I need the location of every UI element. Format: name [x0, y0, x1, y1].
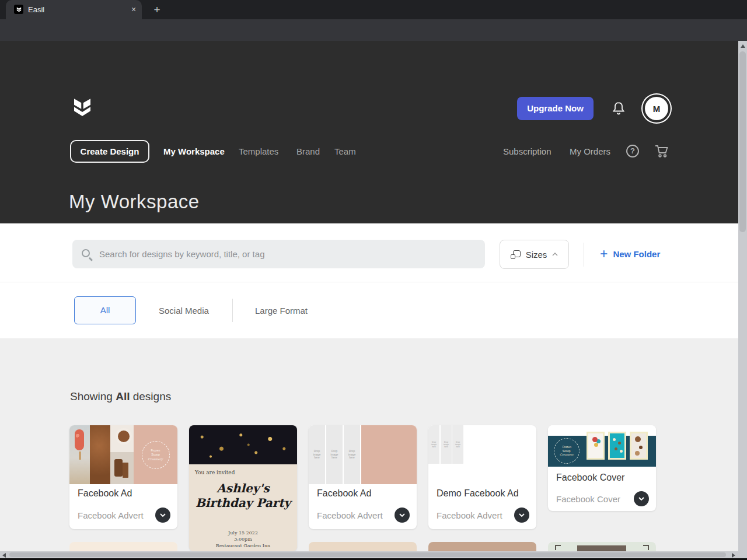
browser-tab[interactable]: Easil ×	[6, 0, 142, 19]
search-bar[interactable]	[72, 240, 485, 268]
nav-brand[interactable]: Brand	[296, 146, 320, 156]
invite-header-art	[189, 425, 297, 464]
design-card-partial[interactable]	[69, 542, 177, 551]
search-input[interactable]	[99, 240, 473, 268]
invite-venue: Restaurant Garden Inn	[189, 543, 297, 548]
nav-team[interactable]: Team	[334, 146, 356, 156]
design-title: Demo Facebook Ad	[437, 488, 519, 499]
drop-image-placeholder: Drop imagehere	[441, 425, 452, 464]
brand-badge: Frozen Scoop Creamery	[554, 438, 580, 464]
new-folder-label: New Folder	[613, 249, 660, 259]
browser-toolbar: ← → ↻ app.easil.com/designs/workspace/dr…	[0, 19, 747, 41]
sizes-dropdown-button[interactable]: Sizes	[500, 240, 569, 269]
tab-close-icon[interactable]: ×	[128, 4, 139, 15]
card-menu-button[interactable]	[155, 508, 170, 523]
design-category: Facebook Advert	[437, 510, 502, 520]
design-title: Facebook Cover	[556, 473, 624, 483]
chevron-down-icon	[519, 513, 525, 517]
sizes-icon	[511, 250, 521, 259]
filter-divider	[232, 299, 233, 322]
invite-date: July 15 2022	[189, 530, 297, 536]
easil-logo-icon[interactable]	[70, 96, 95, 120]
drop-image-placeholder: Drop imagehere	[452, 425, 463, 464]
nav-subscription[interactable]: Subscription	[503, 146, 551, 156]
design-card-partial[interactable]	[428, 542, 536, 551]
design-card[interactable]: Drop imagehere Drop imagehere Drop image…	[309, 425, 417, 529]
design-card-partial[interactable]	[548, 542, 656, 551]
notifications-bell-icon[interactable]	[612, 101, 626, 118]
filter-all[interactable]: All	[74, 296, 136, 324]
thumb-photo-popsicle	[69, 425, 90, 484]
invite-name: Ashley's	[189, 481, 297, 495]
browser-tabstrip: Easil × +	[0, 0, 747, 19]
design-category: Facebook Advert	[78, 510, 144, 520]
chevron-up-icon	[552, 253, 558, 256]
new-folder-button[interactable]: + New Folder	[600, 246, 660, 261]
partial-art-rect	[577, 545, 626, 551]
nav-my-workspace[interactable]: My Workspace	[163, 146, 225, 156]
design-thumbnail[interactable]: Frozen Scoop Creamery	[69, 425, 177, 484]
drop-image-placeholder: Drop imagehere	[344, 425, 360, 484]
design-title: Facebook Ad	[317, 488, 371, 499]
easil-favicon	[14, 5, 23, 14]
create-design-button[interactable]: Create Design	[70, 140, 149, 163]
partial-art-bracket	[643, 545, 649, 550]
scroll-right-arrow[interactable]	[732, 553, 735, 558]
cover-photo-sundae	[587, 432, 605, 460]
search-icon	[82, 249, 90, 257]
design-category: Facebook Cover	[556, 494, 620, 504]
invite-intro: You are invited	[195, 470, 235, 475]
filter-social-media[interactable]: Social Media	[159, 306, 209, 316]
tab-title: Easil	[28, 0, 44, 19]
scroll-up-arrow[interactable]	[741, 44, 745, 48]
invite-event: Birthday Party	[189, 496, 297, 510]
cover-photo-cones	[608, 432, 626, 460]
screen: Easil × + ← → ↻ app.easil.com/designs/wo…	[0, 0, 747, 560]
design-title: Facebook Ad	[78, 488, 132, 499]
design-thumbnail[interactable]: Drop imagehere Drop imagehere Drop image…	[309, 425, 417, 484]
design-card[interactable]: Frozen Scoop Creamery Facebook Cover Fac…	[548, 425, 656, 511]
vertical-divider	[584, 243, 584, 267]
page-title: My Workspace	[69, 191, 200, 213]
plus-icon: +	[600, 246, 608, 261]
cover-photo-dessert	[630, 432, 648, 460]
chevron-down-icon	[638, 497, 644, 501]
sizes-label: Sizes	[526, 250, 547, 260]
design-thumbnail[interactable]: Drop imagehere Drop imagehere Drop image…	[428, 425, 465, 464]
app-header: Upgrade Now M Create Design My Workspace…	[0, 41, 747, 223]
upgrade-now-button[interactable]: Upgrade Now	[517, 97, 594, 120]
design-card[interactable]: You are invited Ashley's Birthday Party …	[189, 425, 297, 551]
vertical-scrollbar-thumb[interactable]	[739, 51, 746, 232]
nav-templates[interactable]: Templates	[239, 146, 278, 156]
brand-badge: Frozen Scoop Creamery	[142, 441, 170, 469]
chevron-down-icon	[399, 513, 405, 517]
thumb-brand-panel: Frozen Scoop Creamery	[134, 425, 177, 484]
showing-line: Showing All designs	[70, 390, 171, 403]
design-card-partial[interactable]	[309, 542, 417, 551]
thumb-photo-dessert	[110, 425, 134, 484]
partial-art-bracket	[555, 545, 561, 550]
filter-large-format[interactable]: Large Format	[255, 306, 308, 316]
chevron-down-icon	[160, 513, 166, 517]
horizontal-scrollbar-thumb[interactable]	[9, 552, 726, 557]
scrollbar-corner	[738, 551, 747, 558]
design-thumbnail[interactable]: Frozen Scoop Creamery	[548, 425, 656, 467]
thumb-photo-chocolate	[90, 425, 110, 484]
design-category: Facebook Advert	[317, 510, 383, 520]
help-icon[interactable]: ?	[626, 145, 639, 158]
cart-icon[interactable]	[654, 144, 669, 160]
avatar[interactable]: M	[645, 97, 668, 120]
design-card[interactable]: Frozen Scoop Creamery Facebook Ad Facebo…	[69, 425, 177, 529]
band-divider	[0, 282, 747, 282]
scroll-left-arrow[interactable]	[2, 553, 6, 558]
drop-image-placeholder: Drop imagehere	[428, 425, 439, 464]
showing-category: All	[116, 390, 130, 402]
design-card[interactable]: Drop imagehere Drop imagehere Drop image…	[428, 425, 536, 529]
nav-my-orders[interactable]: My Orders	[570, 146, 610, 156]
invite-time: 3:00pm	[189, 537, 297, 542]
card-menu-button[interactable]	[395, 508, 410, 523]
card-menu-button[interactable]	[514, 508, 529, 523]
card-menu-button[interactable]	[634, 491, 649, 506]
new-tab-icon[interactable]: +	[149, 2, 165, 18]
drop-image-placeholder: Drop imagehere	[309, 425, 325, 484]
